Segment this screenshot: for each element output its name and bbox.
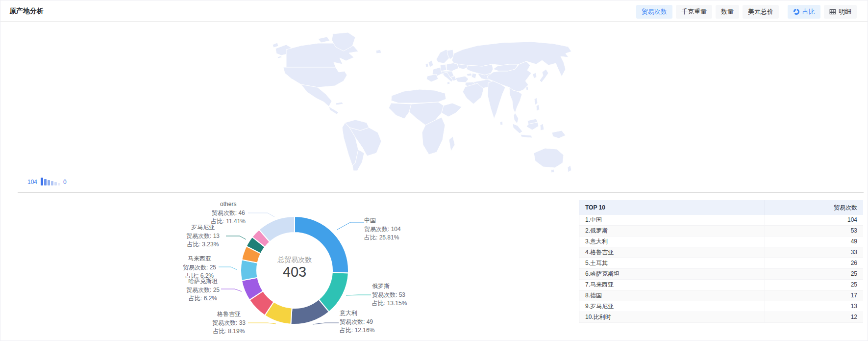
map-country[interactable] [449,136,455,151]
map-country[interactable] [536,105,540,111]
map-country[interactable] [513,124,522,133]
map-country[interactable] [428,60,433,67]
table-cell-country: 1.中国 [579,215,765,225]
map-country[interactable] [551,169,554,173]
map-country-germany[interactable] [440,64,446,71]
donut-center-total: 403 [255,264,334,280]
world-map [272,30,573,175]
tab-proportion[interactable]: 占比 [788,5,820,19]
table-header-top10: TOP 10 [579,200,765,215]
table-row: 9.罗马尼亚13 [579,301,863,312]
donut-label-others: others 贸易次数: 46 占比: 11.41% [211,200,246,226]
donut-center-title: 总贸易次数 [255,255,334,264]
table-row: 2.俄罗斯53 [579,226,863,236]
legend-bar [41,178,43,185]
donut-chart: 总贸易次数 403 中国 贸易次数: 104 占比: 25.81% 俄罗斯 贸易… [167,196,442,341]
table-row: 6.哈萨克斯坦25 [579,269,863,280]
map-country[interactable] [283,67,347,87]
table-row: 1.中国104 [579,215,863,226]
map-country[interactable] [318,37,330,43]
map-country-malaysia[interactable] [514,113,519,124]
top10-table: TOP 10 贸易次数 1.中国1042.俄罗斯533.意大利494.格鲁吉亚3… [579,200,863,323]
table-row: 4.格鲁吉亚33 [579,247,863,258]
map-country-georgia[interactable] [467,73,472,76]
table-cell-country: 10.比利时 [579,312,765,322]
map-country[interactable] [526,86,528,90]
map-country[interactable] [521,134,532,138]
table-cell-value: 104 [765,215,863,225]
section-divider [18,192,864,193]
map-country[interactable] [534,98,538,105]
legend-bar [48,180,50,185]
legend-bars [41,178,60,185]
map-country[interactable] [376,50,381,53]
tab-kg-weight[interactable]: 千克重量 [676,5,712,19]
donut-label-italy: 意大利 贸易次数: 49 占比: 12.16% [340,309,374,335]
map-legend: 104 0 [27,176,67,185]
table-row: 10.比利时12 [579,312,863,323]
origin-analysis-panel: 原产地分析 贸易次数 千克重量 数量 美元总价 占比 明细 [0,0,868,341]
map-country[interactable] [488,81,505,119]
map-country[interactable] [329,106,339,114]
legend-bar [58,183,60,185]
map-country[interactable] [301,84,332,106]
table-row: 8.德国17 [579,290,863,301]
table-body: 1.中国1042.俄罗斯533.意大利494.格鲁吉亚335.土耳其266.哈萨… [579,215,863,323]
donut-icon [793,8,800,15]
map-country[interactable] [500,121,503,125]
map-country[interactable] [426,74,438,82]
donut-label-malaysia: 马来西亚 贸易次数: 25 占比: 6.2% [183,255,216,281]
map-country[interactable] [552,131,566,138]
map-country[interactable] [534,148,564,168]
map-country[interactable] [336,102,343,105]
tab-usd-total[interactable]: 美元总价 [743,5,779,19]
table-cell-value: 26 [765,258,863,268]
map-country[interactable] [463,83,484,104]
table-cell-value: 12 [765,312,863,322]
table-cell-country: 8.德国 [579,290,765,301]
map-country[interactable] [389,103,411,119]
map-country[interactable] [568,165,571,172]
donut-label-kazakhstan: 哈萨克斯坦 贸易次数: 25 占比: 6.2% [186,277,220,303]
table-cell-value: 49 [765,236,863,247]
donut-label-georgia: 格鲁吉亚 贸易次数: 33 占比: 8.19% [212,310,246,336]
table-cell-value: 25 [765,280,863,290]
table-cell-value: 17 [765,290,863,301]
map-country[interactable] [277,56,282,58]
table-cell-country: 4.格鲁吉亚 [579,247,765,258]
map-country[interactable] [425,63,428,67]
table-row: 5.土耳其26 [579,258,863,269]
table-cell-country: 5.土耳其 [579,258,765,268]
table-cell-country: 9.罗马尼亚 [579,301,765,312]
page-title: 原产地分析 [9,0,44,21]
legend-max-value: 104 [27,179,37,185]
table-cell-value: 13 [765,301,863,312]
map-country[interactable] [273,43,278,48]
table-cell-country: 2.俄罗斯 [579,226,765,236]
panel-header: 原产地分析 贸易次数 千克重量 数量 美元总价 占比 明细 [0,0,868,22]
tab-detail[interactable]: 明细 [824,5,857,19]
tab-quantity[interactable]: 数量 [716,5,739,19]
legend-bar [54,182,57,185]
metric-toolbar: 贸易次数 千克重量 数量 美元总价 占比 明细 [636,5,857,19]
map-country[interactable] [471,73,476,79]
donut-label-russia: 俄罗斯 贸易次数: 53 占比: 13.15% [372,282,407,308]
table-header-row: TOP 10 贸易次数 [579,200,863,215]
donut-label-romania: 罗马尼亚 贸易次数: 13 占比: 3.23% [186,223,220,249]
table-cell-country: 6.哈萨克斯坦 [579,269,765,279]
legend-bar [44,179,47,185]
table-cell-value: 25 [765,269,863,279]
map-country[interactable] [533,73,537,79]
table-row: 3.意大利49 [579,236,863,247]
tab-trade-count[interactable]: 贸易次数 [636,5,672,19]
map-country[interactable] [391,89,446,103]
table-cell-value: 53 [765,226,863,236]
table-cell-country: 3.意大利 [579,236,765,247]
map-country[interactable] [442,103,462,117]
donut-label-china: 中国 贸易次数: 104 占比: 25.81% [364,216,401,242]
map-country[interactable] [540,69,548,82]
map-country-turkey[interactable] [455,76,469,82]
map-country[interactable] [540,124,544,131]
map-country[interactable] [447,81,450,84]
table-cell-value: 33 [765,247,863,258]
